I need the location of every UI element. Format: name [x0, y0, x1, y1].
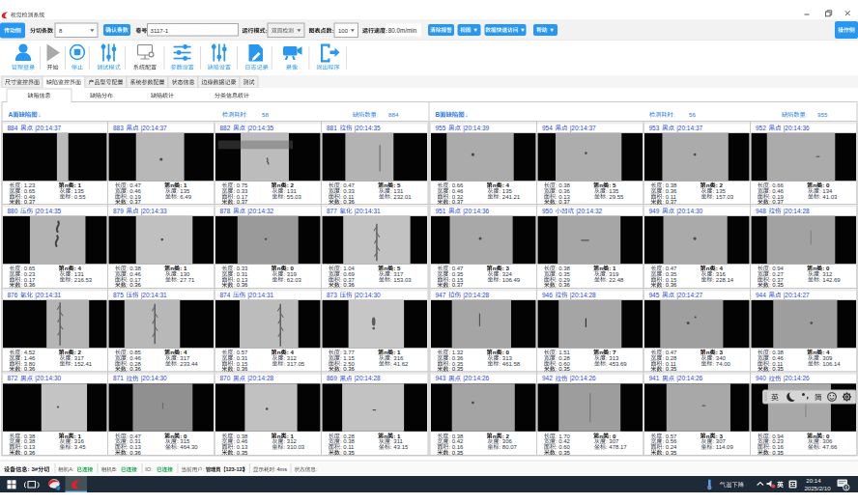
svg-text:|20:14:26: |20:14:26 — [676, 375, 702, 382]
svg-text:954: 954 — [542, 125, 555, 131]
svg-text:: 478.17: : 478.17 — [606, 444, 627, 450]
svg-text:875: 875 — [113, 292, 126, 298]
svg-text:|20:14:33: |20:14:33 — [141, 208, 167, 215]
svg-text:n: n — [277, 182, 281, 188]
svg-text:874: 874 — [220, 292, 233, 298]
svg-text:882: 882 — [220, 125, 233, 131]
svg-text:|20:14:27: |20:14:27 — [676, 292, 702, 299]
svg-text:B:: B: — [112, 466, 118, 472]
svg-text:: 106.14: : 106.14 — [819, 361, 841, 367]
svg-text::: : — [377, 111, 379, 118]
svg-text:: 6.49: : 6.49 — [177, 194, 192, 200]
svg-text:|20:14:30: |20:14:30 — [676, 208, 702, 215]
svg-text:949: 949 — [649, 208, 662, 214]
svg-text:: 0.37: : 0.37 — [127, 199, 142, 205]
svg-text:|20:14:28: |20:14:28 — [355, 375, 381, 382]
svg-text:: 62.03: : 62.03 — [284, 277, 302, 283]
svg-text:: 0.37: : 0.37 — [233, 199, 248, 205]
svg-text:: 0.37: : 0.37 — [448, 199, 464, 205]
svg-text:884: 884 — [388, 111, 399, 118]
svg-text:A: A — [9, 111, 14, 118]
svg-text:A:: A: — [69, 466, 74, 472]
svg-text:n: n — [599, 433, 603, 439]
svg-text:: 29.55: : 29.55 — [606, 194, 624, 200]
svg-text:: 55.03: : 55.03 — [284, 194, 302, 200]
svg-text:n: n — [384, 349, 387, 355]
svg-text:|20:14:31: |20:14:31 — [141, 292, 167, 299]
svg-text:951: 951 — [436, 208, 448, 214]
svg-text:|20:14:28: |20:14:28 — [247, 375, 273, 382]
svg-text:871: 871 — [113, 375, 126, 381]
svg-text:|20:14:30: |20:14:30 — [355, 292, 381, 299]
svg-text:▼: ▼ — [548, 27, 555, 33]
svg-text:941: 941 — [649, 375, 662, 381]
svg-text:|20:14:36: |20:14:36 — [784, 125, 810, 132]
svg-text:n: n — [384, 182, 387, 188]
svg-text:869: 869 — [327, 375, 339, 381]
svg-text:|20:14:32: |20:14:32 — [576, 208, 602, 215]
svg-text:|20:14:31: |20:14:31 — [35, 292, 61, 299]
svg-text:|20:14:35: |20:14:35 — [355, 125, 381, 132]
svg-text:100: 100 — [338, 28, 349, 34]
svg-text:881: 881 — [327, 125, 339, 131]
svg-text:: 0.37: : 0.37 — [20, 199, 36, 205]
svg-text:↓: ↓ — [38, 111, 41, 118]
svg-text:: 0.36: : 0.36 — [233, 366, 248, 372]
svg-text:n: n — [706, 265, 710, 271]
svg-text:: 0.36: : 0.36 — [556, 282, 571, 288]
svg-text:|20:14:28: |20:14:28 — [463, 292, 489, 299]
svg-text:: 228.14: : 228.14 — [713, 277, 734, 283]
svg-text:n: n — [65, 182, 69, 188]
svg-text:|20:14:37: |20:14:37 — [676, 125, 702, 132]
svg-text:: 0.35: : 0.35 — [769, 366, 785, 372]
svg-text:4ms: 4ms — [277, 466, 288, 472]
svg-text:: 0.35: : 0.35 — [662, 366, 677, 372]
svg-text:: 0.36: : 0.36 — [340, 366, 356, 372]
svg-text:|20:14:28: |20:14:28 — [570, 292, 596, 299]
svg-text:955: 955 — [817, 111, 828, 118]
svg-text:n: n — [170, 349, 174, 355]
svg-text:873: 873 — [327, 292, 339, 298]
svg-text:: 0.37: : 0.37 — [662, 199, 677, 205]
svg-text:: 0.36: : 0.36 — [20, 450, 36, 456]
svg-text:n: n — [599, 265, 603, 271]
svg-text:n: n — [813, 433, 816, 439]
svg-text:872: 872 — [8, 375, 20, 381]
svg-text:n: n — [599, 182, 603, 188]
svg-text:945: 945 — [649, 292, 662, 298]
svg-text:: 27.71: : 27.71 — [177, 277, 195, 283]
svg-text:|20:14:39: |20:14:39 — [463, 125, 489, 132]
svg-text:: 41.03: : 41.03 — [819, 194, 838, 200]
svg-text:n: n — [384, 265, 387, 271]
svg-text:n: n — [706, 182, 710, 188]
svg-text:|20:14:36: |20:14:36 — [463, 208, 489, 215]
svg-text:|20:14:37: |20:14:37 — [35, 125, 61, 132]
svg-text:: 0.36: : 0.36 — [340, 199, 356, 205]
svg-text:955: 955 — [436, 125, 448, 131]
svg-text:952: 952 — [756, 125, 768, 131]
svg-text:|20:14:30: |20:14:30 — [141, 375, 167, 382]
svg-text:n: n — [493, 182, 497, 188]
svg-text:: 461.58: : 461.58 — [500, 361, 521, 367]
svg-text:878: 878 — [220, 208, 233, 214]
svg-text:▼: ▼ — [472, 27, 478, 33]
svg-text:: 0.36: : 0.36 — [127, 282, 142, 288]
svg-text:870: 870 — [220, 375, 233, 381]
svg-text:n: n — [493, 265, 497, 271]
svg-text:950: 950 — [542, 208, 555, 214]
svg-text:: 43.15: : 43.15 — [390, 444, 409, 450]
svg-text:: 0.36: : 0.36 — [20, 282, 36, 288]
svg-text:: 216.53: : 216.53 — [72, 277, 93, 283]
svg-text:: 0.36: : 0.36 — [127, 450, 142, 456]
svg-text:: 0.36: : 0.36 — [127, 366, 142, 372]
svg-text:n: n — [170, 433, 174, 439]
svg-text:: 114.09: : 114.09 — [713, 444, 734, 450]
svg-text:: 241.21: : 241.21 — [500, 194, 521, 200]
svg-text:n: n — [277, 265, 281, 271]
svg-text:944: 944 — [756, 292, 768, 298]
svg-text::: : — [386, 28, 387, 34]
svg-text:: 153.03: : 153.03 — [390, 277, 412, 283]
svg-text:: 0.35: : 0.35 — [769, 282, 785, 288]
svg-text:: 0.37: : 0.37 — [448, 282, 464, 288]
svg-text:n: n — [813, 182, 816, 188]
